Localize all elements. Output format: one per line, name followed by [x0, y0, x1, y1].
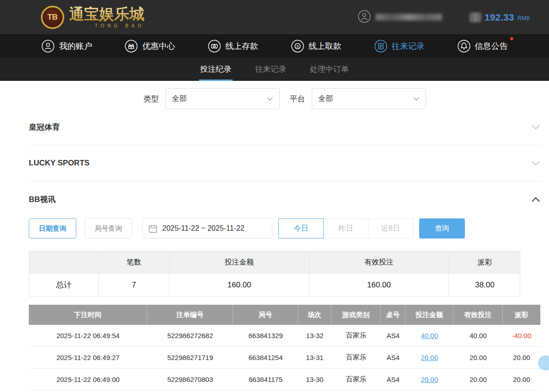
- withdraw-coin-icon: $: [291, 39, 304, 53]
- section-crown-sports[interactable]: 皇冠体育: [29, 109, 540, 145]
- summary-header-valid: 有效投注: [309, 251, 449, 274]
- chevron-up-icon: [531, 196, 540, 202]
- col-valid-bet: 有效投注: [453, 305, 503, 325]
- table-row: 2025-11-22 06:49:54 522986272682 6638413…: [29, 325, 540, 347]
- nav-item-deposit[interactable]: 线上存款: [208, 39, 258, 53]
- records-icon: [374, 39, 388, 53]
- summary-header-count: 笔数: [99, 251, 170, 274]
- cell-valid-bet: 40.00: [453, 325, 503, 346]
- user-account[interactable]: [357, 10, 442, 25]
- cell-bet-time: 2025-11-22 06:49:00: [29, 369, 147, 390]
- query-bar: 日期查询 局号查询 2025-11-22 ~ 2025-11-22 今日 昨日 …: [29, 218, 540, 238]
- yesterday-button[interactable]: 昨日: [323, 218, 368, 238]
- balance-currency: RMB: [517, 15, 530, 21]
- quick-range-group: 今日 昨日 近8日: [279, 218, 413, 238]
- summary-total-bet: 160.00: [170, 274, 309, 296]
- cell-payout: 20.00: [503, 347, 540, 368]
- tab-pending-orders[interactable]: 处理中订单: [309, 58, 350, 81]
- cell-bet-time: 2025-11-22 06:49:54: [29, 325, 147, 346]
- cell-bet-id: 522986272682: [147, 325, 233, 346]
- bet-amount-link[interactable]: 20.00: [405, 369, 453, 390]
- nav-item-announcements[interactable]: 信息公告: [457, 39, 508, 53]
- nav-item-transaction-records[interactable]: 往来记录: [374, 39, 425, 53]
- sub-nav: 投注纪录 往来记录 处理中订单: [0, 58, 549, 81]
- avatar-icon: [357, 10, 371, 25]
- username-redacted: [376, 14, 442, 21]
- bet-records-table: 下注时间 注单编号 局号 场次 游戏类别 桌号 投注金额 有效投注 派彩 202…: [29, 305, 540, 391]
- nav-item-withdraw[interactable]: $ 线上取款: [291, 39, 341, 53]
- section-title: BB视讯: [29, 194, 56, 205]
- nav-label: 信息公告: [475, 41, 508, 52]
- account-person-icon: [41, 39, 55, 53]
- gift-icon: [124, 39, 138, 53]
- cell-payout: -40.00: [503, 325, 540, 346]
- tab-transaction-records[interactable]: 往来记录: [254, 58, 288, 81]
- col-bet-amount: 投注金额: [405, 305, 453, 325]
- type-filter-group: 类型 全部: [144, 88, 280, 109]
- logo[interactable]: TB 通宝娱乐城 TONG BAO: [41, 6, 144, 29]
- cell-table-no: AS4: [381, 347, 405, 368]
- nav-label: 往来记录: [392, 41, 425, 52]
- cell-bet-id: 522986270803: [147, 369, 233, 390]
- summary-total-count: 7: [99, 274, 170, 296]
- type-select-value: 全部: [172, 94, 187, 104]
- date-range-value: 2025-11-22 ~ 2025-11-22: [162, 224, 245, 233]
- section-lucky-sports[interactable]: LUCKY SPORTS: [29, 145, 540, 181]
- cell-payout: 20.00: [503, 369, 540, 390]
- table-row: 2025-11-22 06:49:00 522986270803 6638411…: [29, 369, 540, 391]
- type-filter-label: 类型: [144, 94, 159, 104]
- nav-label: 线上存款: [225, 41, 258, 52]
- bet-amount-link[interactable]: 40.00: [405, 325, 453, 346]
- header-right: 192.33 RMB: [357, 10, 530, 25]
- last-8-days-button[interactable]: 近8日: [368, 218, 413, 238]
- cell-game-type: 百家乐: [331, 347, 381, 368]
- bet-amount-link[interactable]: 20.00: [405, 347, 453, 368]
- wallet-icon: [469, 12, 481, 22]
- nav-item-promotions[interactable]: 优惠中心: [124, 39, 175, 53]
- chevron-down-icon: [413, 97, 419, 101]
- cell-session: 13-32: [298, 325, 331, 346]
- col-session: 场次: [298, 305, 331, 325]
- summary-total-payout: 38.00: [449, 274, 521, 296]
- date-query-button[interactable]: 日期查询: [29, 218, 76, 238]
- logo-subtitle: TONG BAO: [69, 23, 144, 28]
- search-button[interactable]: 查询: [419, 218, 465, 238]
- notification-dot: [510, 37, 513, 40]
- type-select[interactable]: 全部: [165, 88, 280, 109]
- section-bb-video[interactable]: BB视讯: [29, 181, 540, 217]
- nav-label: 我的账户: [59, 41, 92, 52]
- chevron-down-icon: [531, 124, 540, 130]
- table-row: 2025-11-22 06:49:27 522986271719 6638412…: [29, 347, 540, 369]
- logo-badge-text: TB: [48, 13, 58, 22]
- summary-table: 笔数 投注金额 有效投注 派彩 总计 7 160.00 160.00 38.00: [29, 251, 520, 297]
- summary-total-valid: 160.00: [309, 274, 449, 296]
- col-round: 局号: [233, 305, 298, 325]
- table-header-row: 下注时间 注单编号 局号 场次 游戏类别 桌号 投注金额 有效投注 派彩: [29, 305, 540, 325]
- cell-round: 663841254: [233, 347, 298, 368]
- platform-select-value: 全部: [319, 94, 333, 104]
- calendar-icon: [149, 224, 157, 233]
- cell-table-no: AS4: [381, 325, 405, 346]
- chevron-down-icon: [267, 97, 273, 101]
- logo-text: 通宝娱乐城 TONG BAO: [69, 6, 144, 28]
- nav-label: 优惠中心: [142, 41, 175, 52]
- platform-select[interactable]: 全部: [312, 88, 426, 109]
- nav-item-my-account[interactable]: 我的账户: [41, 39, 92, 53]
- cell-session: 13-30: [298, 369, 331, 390]
- main-content: 类型 全部 平台 全部 皇冠体育 LUCKY SPORTS BB视讯 日期查询 …: [0, 81, 549, 391]
- cell-round: 663841329: [233, 325, 298, 346]
- date-range-input[interactable]: 2025-11-22 ~ 2025-11-22: [142, 218, 272, 238]
- nav-label: 线上取款: [309, 41, 341, 52]
- col-payout: 派彩: [503, 305, 540, 325]
- logo-title: 通宝娱乐城: [69, 6, 144, 21]
- cell-game-type: 百家乐: [331, 325, 381, 346]
- balance[interactable]: 192.33 RMB: [469, 12, 530, 23]
- balance-amount: 192.33: [485, 12, 514, 23]
- cell-bet-time: 2025-11-22 06:49:27: [29, 347, 147, 368]
- today-button[interactable]: 今日: [278, 218, 324, 238]
- tab-bet-records[interactable]: 投注纪录: [199, 58, 233, 81]
- svg-text:$: $: [297, 44, 299, 48]
- round-query-button[interactable]: 局号查询: [85, 218, 132, 238]
- main-nav: 我的账户 优惠中心 线上存款 $ 线上取款: [0, 34, 549, 58]
- cell-round: 663841175: [233, 369, 298, 390]
